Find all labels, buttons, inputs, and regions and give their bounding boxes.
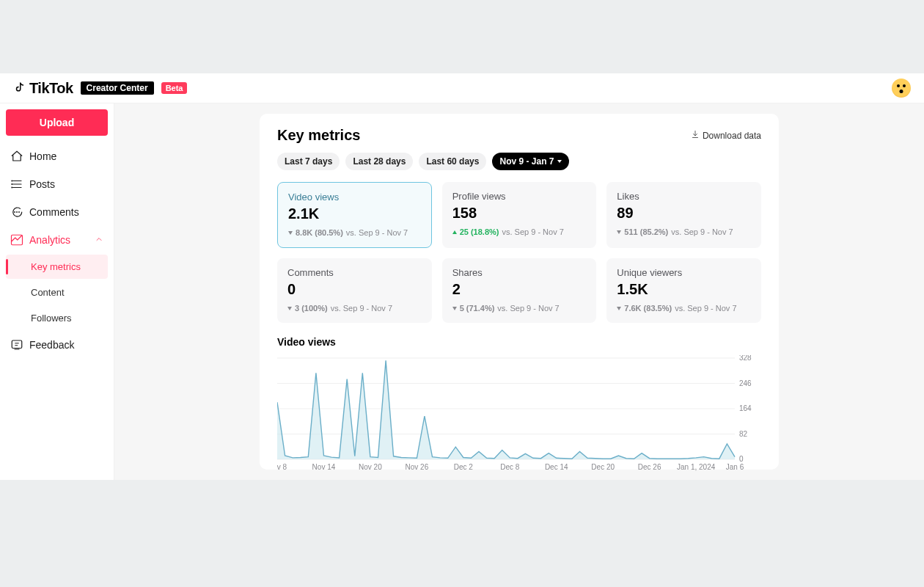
range-last-28[interactable]: Last 28 days bbox=[345, 153, 413, 170]
x-tick-label: Dec 14 bbox=[545, 463, 568, 471]
posts-icon bbox=[10, 178, 23, 191]
metric-compare-period: vs. Sep 9 - Nov 7 bbox=[331, 304, 392, 313]
y-tick-label: 82 bbox=[739, 430, 748, 438]
analytics-icon bbox=[10, 233, 23, 247]
metric-delta-value: 3 (100%) bbox=[295, 304, 328, 313]
content: Key metrics Download data Last 7 days La… bbox=[114, 103, 924, 480]
x-tick-label: Dec 26 bbox=[638, 463, 661, 471]
avatar[interactable] bbox=[892, 79, 911, 98]
arrow-down-icon bbox=[617, 230, 621, 234]
svg-point-7 bbox=[17, 212, 18, 213]
metric-label: Comments bbox=[287, 267, 422, 278]
metric-tile-comments[interactable]: Comments03 (100%) vs. Sep 9 - Nov 7 bbox=[277, 258, 432, 323]
metric-compare-period: vs. Sep 9 - Nov 7 bbox=[497, 304, 559, 313]
date-range-row: Last 7 days Last 28 days Last 60 days No… bbox=[277, 153, 761, 170]
y-tick-label: 164 bbox=[739, 404, 752, 412]
metric-delta: 5 (71.4%) vs. Sep 9 - Nov 7 bbox=[452, 304, 587, 313]
sidebar-sub-label: Key metrics bbox=[31, 261, 81, 272]
svg-rect-10 bbox=[12, 340, 22, 349]
arrow-up-icon bbox=[452, 230, 457, 234]
upload-button[interactable]: Upload bbox=[6, 109, 108, 136]
metric-delta-value: 8.8K (80.5%) bbox=[296, 228, 343, 237]
y-tick-label: 0 bbox=[739, 455, 744, 463]
metric-delta: 511 (85.2%) vs. Sep 9 - Nov 7 bbox=[617, 227, 751, 236]
download-icon bbox=[691, 130, 700, 141]
metric-label: Shares bbox=[452, 267, 587, 278]
metric-compare-period: vs. Sep 9 - Nov 7 bbox=[671, 227, 733, 236]
x-tick-label: Nov 26 bbox=[406, 463, 429, 471]
x-tick-label: Jan 6 bbox=[726, 463, 744, 471]
metric-tile-profile-views[interactable]: Profile views15825 (18.8%) vs. Sep 9 - N… bbox=[442, 182, 597, 248]
sidebar-sub-followers[interactable]: Followers bbox=[6, 306, 108, 330]
download-label: Download data bbox=[703, 131, 761, 141]
page-title: Key metrics bbox=[277, 127, 360, 144]
sidebar-item-label: Home bbox=[29, 150, 56, 162]
arrow-down-icon bbox=[617, 307, 621, 310]
sidebar-item-posts[interactable]: Posts bbox=[6, 171, 108, 197]
range-custom[interactable]: Nov 9 - Jan 7 bbox=[492, 153, 568, 170]
metric-value: 158 bbox=[452, 205, 587, 222]
metric-delta: 25 (18.8%) vs. Sep 9 - Nov 7 bbox=[452, 227, 587, 236]
svg-point-5 bbox=[12, 187, 12, 188]
bottom-spacer bbox=[0, 480, 924, 587]
sidebar-sub-content[interactable]: Content bbox=[6, 280, 108, 305]
metric-compare-period: vs. Sep 9 - Nov 7 bbox=[502, 227, 563, 236]
metric-compare-period: vs. Sep 9 - Nov 7 bbox=[346, 228, 408, 237]
metric-label: Likes bbox=[617, 191, 751, 202]
range-last-60[interactable]: Last 60 days bbox=[419, 153, 486, 170]
sidebar-item-analytics[interactable]: Analytics bbox=[6, 227, 108, 253]
metric-value: 0 bbox=[287, 281, 422, 298]
home-icon bbox=[10, 150, 23, 163]
metric-delta-value: 511 (85.2%) bbox=[624, 227, 668, 236]
metric-value: 2 bbox=[452, 281, 587, 298]
svg-point-4 bbox=[12, 184, 12, 185]
sidebar-sub-label: Followers bbox=[31, 313, 72, 324]
download-data-button[interactable]: Download data bbox=[691, 130, 761, 141]
metrics-grid: Video views2.1K8.8K (80.5%) vs. Sep 9 - … bbox=[277, 182, 761, 323]
metric-tile-likes[interactable]: Likes89511 (85.2%) vs. Sep 9 - Nov 7 bbox=[606, 182, 761, 248]
arrow-down-icon bbox=[288, 231, 293, 235]
y-tick-label: 246 bbox=[739, 379, 752, 387]
metric-tile-unique-viewers[interactable]: Unique viewers1.5K7.6K (83.5%) vs. Sep 9… bbox=[606, 258, 761, 323]
sidebar-item-comments[interactable]: Comments bbox=[6, 199, 108, 225]
sidebar-sub-key-metrics[interactable]: Key metrics bbox=[6, 255, 108, 279]
x-tick-label: Nov 14 bbox=[312, 463, 336, 471]
sidebar-item-feedback[interactable]: Feedback bbox=[6, 332, 108, 358]
metric-compare-period: vs. Sep 9 - Nov 7 bbox=[675, 304, 736, 313]
metric-delta: 8.8K (80.5%) vs. Sep 9 - Nov 7 bbox=[288, 228, 421, 237]
key-metrics-card: Key metrics Download data Last 7 days La… bbox=[260, 114, 779, 470]
metric-label: Unique viewers bbox=[617, 267, 751, 278]
arrow-down-icon bbox=[287, 307, 292, 310]
top-spacer bbox=[0, 0, 924, 73]
chart-title: Video views bbox=[277, 336, 761, 348]
metric-delta: 7.6K (83.5%) vs. Sep 9 - Nov 7 bbox=[617, 304, 751, 313]
metric-value: 89 bbox=[617, 205, 751, 222]
creator-center-pill: Creator Center bbox=[81, 81, 154, 95]
metric-tile-shares[interactable]: Shares25 (71.4%) vs. Sep 9 - Nov 7 bbox=[442, 258, 597, 323]
brand[interactable]: TikTok Creator Center Beta bbox=[13, 80, 187, 97]
x-tick-label: Nov 20 bbox=[359, 463, 382, 471]
sidebar-item-label: Comments bbox=[29, 206, 79, 218]
arrow-down-icon bbox=[452, 307, 457, 310]
comments-icon bbox=[10, 205, 23, 219]
sidebar-sub-label: Content bbox=[31, 287, 65, 298]
x-tick-label: Dec 2 bbox=[454, 463, 474, 471]
metric-tile-video-views[interactable]: Video views2.1K8.8K (80.5%) vs. Sep 9 - … bbox=[277, 182, 432, 248]
metric-label: Video views bbox=[288, 192, 421, 203]
svg-point-6 bbox=[15, 212, 15, 213]
sidebar-item-label: Analytics bbox=[29, 234, 70, 246]
range-last-7[interactable]: Last 7 days bbox=[277, 153, 340, 170]
y-tick-label: 328 bbox=[739, 355, 752, 362]
metric-value: 2.1K bbox=[288, 205, 421, 222]
tiktok-logo-icon bbox=[13, 81, 26, 95]
x-tick-label: Jan 1, 2024 bbox=[677, 463, 716, 471]
range-custom-label: Nov 9 - Jan 7 bbox=[499, 156, 554, 167]
metric-delta-value: 7.6K (83.5%) bbox=[624, 304, 672, 313]
sidebar-item-label: Feedback bbox=[29, 339, 74, 351]
metric-delta: 3 (100%) vs. Sep 9 - Nov 7 bbox=[287, 304, 422, 313]
sidebar: Upload Home Posts Comments bbox=[0, 103, 114, 480]
caret-down-icon bbox=[557, 160, 562, 163]
svg-point-3 bbox=[12, 181, 12, 181]
sidebar-item-home[interactable]: Home bbox=[6, 143, 108, 169]
topbar: TikTok Creator Center Beta bbox=[0, 73, 924, 103]
